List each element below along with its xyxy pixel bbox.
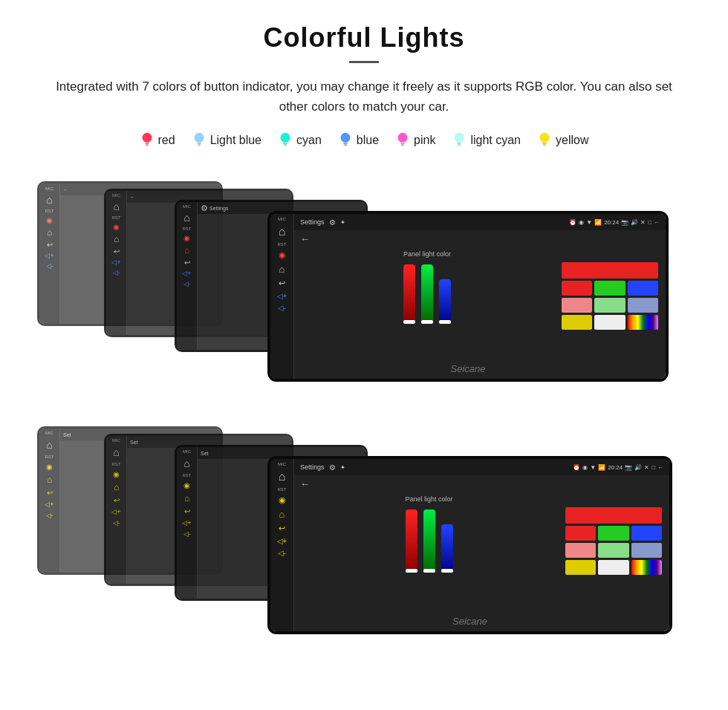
mic-2a: MIC bbox=[45, 431, 53, 435]
devices-section: MIC ⌂ RST ◉ ⌂ ↩ ◁+ ◁- ← bbox=[30, 170, 698, 645]
rst-label-s2: RST bbox=[112, 215, 121, 220]
svg-rect-17 bbox=[458, 145, 461, 146]
sq-icon-main1: □ bbox=[648, 219, 651, 226]
home2-icon-main1: ⌂ bbox=[279, 264, 285, 275]
back-2a: ↩ bbox=[47, 489, 53, 497]
settings-label-s3: Settings bbox=[209, 206, 228, 211]
panel-light-label-main1: Panel light color bbox=[403, 250, 451, 258]
home-2b: ⌂ bbox=[113, 446, 119, 458]
color-label-cyan: cyan bbox=[296, 134, 322, 147]
color-cell-yellow-1[interactable] bbox=[562, 315, 592, 330]
color-cell-white-2[interactable] bbox=[598, 560, 628, 575]
color-cell-yellow-2[interactable] bbox=[565, 560, 596, 575]
color-item-red: red bbox=[140, 131, 175, 149]
alarm-2d: ⏰ bbox=[573, 464, 580, 471]
color-cell-red-1[interactable] bbox=[562, 281, 592, 296]
loc-2d: ◉ bbox=[582, 464, 588, 471]
power-icon-s2: ◉ bbox=[113, 223, 120, 231]
red-slider-thumb-1[interactable] bbox=[403, 320, 415, 324]
description-text: Integrated with 7 colors of button indic… bbox=[45, 76, 683, 117]
pin-2d: ✦ bbox=[340, 464, 345, 471]
svg-point-15 bbox=[455, 133, 464, 143]
power-icon-s1: ◉ bbox=[46, 216, 53, 224]
color-cell-red-full-1[interactable] bbox=[562, 262, 658, 279]
home2-2c: ⌂ bbox=[184, 493, 189, 504]
mic-2c: MIC bbox=[183, 449, 191, 454]
wifi-2d: ▼ bbox=[590, 464, 596, 471]
mic-label-main1: MIC bbox=[278, 217, 286, 221]
color-cell-lgreen-1[interactable] bbox=[594, 298, 625, 313]
red-slider-thumb-2[interactable] bbox=[406, 569, 417, 573]
mic-label-s3: MIC bbox=[183, 204, 191, 209]
color-cell-rainbow-2[interactable] bbox=[631, 560, 662, 575]
device-group-2: MIC ⌂ RST ◉ ⌂ ↩ ◁+ ◁- Set bbox=[37, 415, 691, 645]
color-cell-pink-2[interactable] bbox=[565, 543, 596, 558]
color-cell-red-full-2[interactable] bbox=[565, 507, 662, 524]
bulb-icon-cyan bbox=[278, 131, 293, 149]
power-2c: ◉ bbox=[183, 481, 190, 489]
mic-2b: MIC bbox=[112, 438, 120, 443]
settings-icon-s3: ⚙ bbox=[201, 203, 208, 213]
vol-u-2d: ◁- bbox=[278, 549, 286, 557]
color-cell-blue-1[interactable] bbox=[628, 281, 658, 296]
x-icon-main1: ✕ bbox=[640, 219, 646, 226]
rst-label-s3: RST bbox=[183, 227, 192, 231]
color-cell-lblue-1[interactable] bbox=[628, 298, 658, 313]
color-cell-lblue-2[interactable] bbox=[631, 543, 662, 558]
home2-2d: ⌂ bbox=[279, 509, 285, 520]
svg-rect-2 bbox=[146, 145, 149, 146]
rst-2c: RST bbox=[183, 473, 192, 478]
camera-icon-main1: 📷 bbox=[621, 219, 628, 226]
home-icon-main1: ⌂ bbox=[279, 225, 286, 238]
bulb-icon-lightcyan bbox=[452, 131, 467, 149]
color-cell-white-1[interactable] bbox=[594, 315, 625, 330]
color-legend: red Light blue cyan bbox=[30, 131, 698, 149]
gear-icon-main1: ⚙ bbox=[329, 218, 336, 227]
svg-rect-8 bbox=[284, 145, 287, 146]
svg-rect-11 bbox=[344, 145, 347, 146]
green-slider-thumb-1[interactable] bbox=[421, 320, 433, 324]
svg-point-18 bbox=[540, 133, 550, 143]
mic-2d: MIC bbox=[278, 462, 286, 466]
vol-d-2d: ◁+ bbox=[277, 537, 287, 545]
page-container: Colorful Lights Integrated with 7 colors… bbox=[0, 0, 728, 675]
vol-d-2c: ◁+ bbox=[182, 519, 191, 527]
blue-slider-thumb-2[interactable] bbox=[441, 569, 453, 573]
back-2c: ↩ bbox=[184, 507, 190, 515]
color-item-blue: blue bbox=[338, 131, 379, 149]
set-2b: Set bbox=[130, 440, 138, 445]
screen-layer-2d: MIC ⌂ RST ◉ ⌂ ↩ ◁+ ◁- Sett bbox=[267, 456, 672, 634]
sig-2d: 📶 bbox=[598, 464, 605, 471]
color-cell-rainbow-1[interactable] bbox=[628, 315, 658, 330]
settings-title-main1: Settings bbox=[300, 218, 325, 226]
pin-icon-main1: ✦ bbox=[340, 219, 345, 226]
svg-rect-13 bbox=[400, 143, 405, 145]
vol2-2d: 🔊 bbox=[634, 464, 642, 471]
color-cell-red-2[interactable] bbox=[565, 526, 596, 541]
rst-2b: RST bbox=[112, 462, 121, 466]
back-arrow-2d[interactable]: ← bbox=[300, 478, 310, 489]
x-2d: ✕ bbox=[644, 464, 649, 471]
blue-slider-thumb-1[interactable] bbox=[439, 320, 451, 324]
color-cell-lgreen-2[interactable] bbox=[598, 543, 628, 558]
vol-d-2b: ◁+ bbox=[111, 508, 120, 515]
vol-up-s3: ◁- bbox=[183, 280, 191, 287]
vol-d-2a: ◁+ bbox=[45, 501, 53, 508]
back-arrow-main1[interactable]: ← bbox=[300, 233, 310, 244]
color-cell-green-2[interactable] bbox=[598, 526, 628, 541]
color-cell-pink-1[interactable] bbox=[562, 298, 592, 313]
arrow-icon-main1: ← bbox=[654, 219, 660, 226]
title-divider bbox=[349, 61, 379, 63]
svg-rect-1 bbox=[145, 143, 149, 145]
color-cell-blue-2[interactable] bbox=[631, 526, 662, 541]
svg-point-12 bbox=[398, 133, 408, 143]
cam-2d: 📷 bbox=[625, 464, 632, 471]
vol-down-s1: ◁+ bbox=[45, 252, 53, 259]
set-2a: Set bbox=[63, 432, 71, 437]
color-cell-green-1[interactable] bbox=[594, 281, 625, 296]
color-item-pink: pink bbox=[395, 131, 435, 149]
wifi-icon-main1: ▼ bbox=[586, 219, 592, 226]
back-icon-main1: ↩ bbox=[279, 279, 285, 288]
home2-icon-s2: ⌂ bbox=[114, 234, 119, 244]
green-slider-thumb-2[interactable] bbox=[423, 569, 435, 573]
